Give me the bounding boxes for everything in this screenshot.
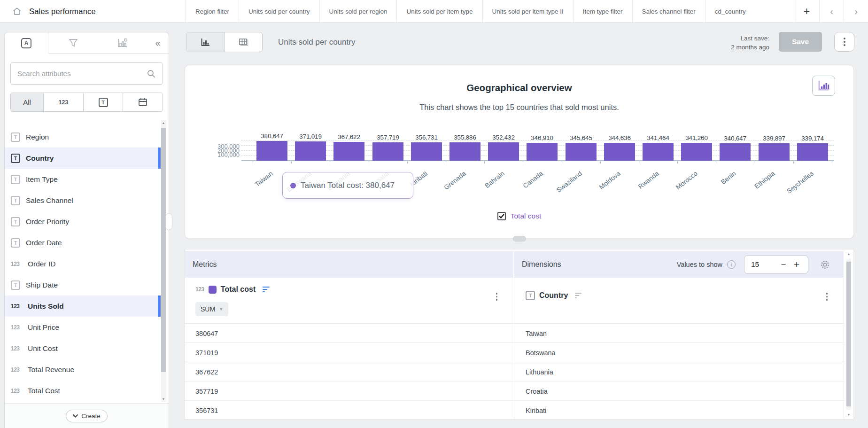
attribute-item-unit-cost[interactable]: 123Unit Cost [5,338,161,359]
bar-seychelles[interactable] [797,143,828,161]
last-save-value: 2 months ago [731,43,769,52]
attribute-label: Ship Date [26,281,58,289]
numeric-type-icon: 123 [11,303,22,310]
legend-label[interactable]: Total cost [511,212,541,220]
tab-cd-country[interactable]: cd_country [705,0,755,23]
aggregation-selector[interactable]: SUM ▼ [195,302,228,316]
sort-icon[interactable] [575,293,581,299]
bar-croatia[interactable] [372,142,403,161]
text-type-icon: T [99,98,108,107]
bar-morocco[interactable] [681,143,712,161]
attribute-item-total-cost[interactable]: 123Total Cost [5,380,161,401]
search-input[interactable] [17,70,147,78]
tab-chart-settings[interactable] [98,32,147,54]
sidebar-resize-handle[interactable] [165,213,172,230]
calendar-icon [138,97,148,107]
attribute-item-item-type[interactable]: TItem Type [5,169,161,190]
attributes-icon: A [21,38,31,48]
filter-text[interactable]: T [83,93,123,111]
home-button[interactable] [7,0,27,23]
chart-legend: Total cost [185,212,853,220]
text-type-icon: T [11,196,20,205]
attribute-label: Total Revenue [28,366,74,374]
values-to-show-label: Values to show [677,261,722,268]
gear-icon[interactable] [820,259,830,270]
scroll-up-arrow[interactable]: ▲ [846,252,851,256]
scrollbar-thumb[interactable] [161,128,166,372]
sort-descending-icon[interactable] [263,287,270,293]
bar-benin[interactable] [720,143,751,161]
bar-value-label: 380,647 [252,132,292,140]
tabs-forward-button[interactable]: › [844,0,868,23]
table-row: 367622Lithuania [185,362,844,381]
more-options-button[interactable] [834,32,854,52]
bar-rwanda[interactable] [643,143,674,161]
legend-checkbox[interactable] [497,212,506,220]
filter-date[interactable] [123,93,163,111]
attribute-label: Unit Cost [28,344,58,353]
tab-units-sold-per-country[interactable]: Units sold per country [239,0,319,23]
attribute-item-country[interactable]: TCountry [5,148,161,169]
tab-units-sold-per-item-type-ii[interactable]: Units sold per item type II [482,0,573,23]
tab-units-sold-per-region[interactable]: Units sold per region [319,0,397,23]
bar-swaziland[interactable] [566,143,597,161]
tab-sales-channel-filter[interactable]: Sales channel filter [632,0,705,23]
attribute-item-order-id[interactable]: 123Order ID [5,253,161,274]
scrollbar-thumb[interactable] [846,262,851,406]
tabs-back-button[interactable]: ‹ [819,0,844,23]
attribute-item-region[interactable]: TRegion [5,126,161,148]
bar-taiwan[interactable] [256,141,287,161]
home-icon [12,6,22,16]
attribute-item-units-sold[interactable]: 123Units Sold [5,296,161,317]
save-button[interactable]: Save [779,32,822,52]
sidebar-tab-strip: A « [5,32,169,54]
attribute-item-unit-price[interactable]: 123Unit Price [5,317,161,338]
bar-lithuania[interactable] [333,142,364,161]
scroll-down-arrow[interactable]: ▼ [846,413,851,416]
values-to-show-stepper[interactable]: 15 − + [744,255,808,274]
filter-numeric[interactable]: 123 [43,93,83,111]
tab-item-type-filter[interactable]: Item type filter [573,0,632,23]
bar-value-label: 339,174 [793,135,832,142]
text-type-icon: T [11,217,20,226]
increment-button[interactable]: + [790,259,803,270]
chevron-down-icon [73,414,78,418]
bar-ethiopia[interactable] [759,143,790,161]
info-icon[interactable]: i [727,260,736,269]
bar-canada[interactable] [527,143,558,161]
x-axis-tick [716,161,716,163]
filter-all[interactable]: All [11,93,43,111]
dimension-definition: T Country [514,278,844,324]
bar-kiribati[interactable] [411,142,442,161]
decrement-button[interactable]: − [777,259,790,270]
dimensions-header-label: Dimensions [522,260,561,269]
tab-units-sold-per-item-type[interactable]: Units sold per item type [396,0,482,23]
tab-region-filter[interactable]: Region filter [186,0,239,23]
attribute-item-order-date[interactable]: TOrder Date [5,232,161,253]
attribute-item-order-priority[interactable]: TOrder Priority [5,211,161,232]
text-type-icon: T [11,238,20,248]
scroll-up-arrow[interactable]: ▲ [161,121,166,125]
attribute-item-sales-channel[interactable]: TSales Channel [5,190,161,211]
bar-moldova[interactable] [604,143,635,161]
metric-menu-button[interactable] [494,291,500,303]
create-button[interactable]: Create [66,410,108,422]
bar-botswana[interactable] [295,141,326,161]
values-to-show-value[interactable]: 15 [751,260,777,269]
attribute-item-total-revenue[interactable]: 123Total Revenue [5,359,161,380]
scroll-down-arrow[interactable]: ▼ [161,397,166,401]
tab-filters[interactable] [48,32,98,54]
search-attributes-box[interactable] [10,62,163,85]
card-resize-handle[interactable] [513,236,526,241]
metrics-header: Metrics [185,251,513,278]
bar-value-label: 341,260 [677,134,716,141]
table-view-button[interactable] [224,32,262,52]
tab-attributes[interactable]: A [5,32,48,54]
attribute-item-ship-date[interactable]: TShip Date [5,274,161,296]
chart-view-button[interactable] [186,32,224,52]
collapse-sidebar-button[interactable]: « [147,32,169,54]
add-tab-button[interactable]: + [794,0,819,23]
bar-bahrain[interactable] [488,142,519,161]
dimension-menu-button[interactable] [824,291,830,303]
bar-grenada[interactable] [450,142,480,161]
